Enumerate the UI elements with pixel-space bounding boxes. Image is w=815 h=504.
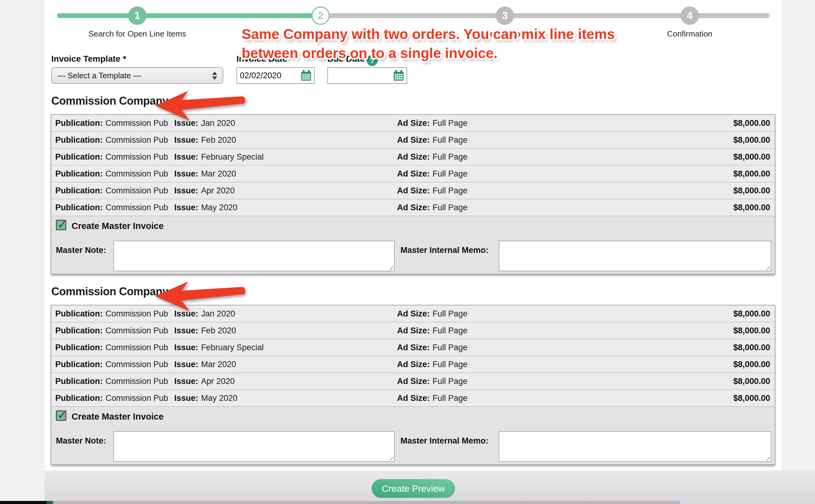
- ad-size-label: Ad Size:: [397, 360, 430, 369]
- master-internal-memo-label: Master Internal Memo:: [400, 436, 489, 446]
- amount: $8,000.00: [733, 186, 770, 196]
- footer-bar: Create Preview: [45, 470, 815, 501]
- issue-value: Feb 2020: [201, 135, 236, 145]
- publication-value: Commission Pub: [106, 135, 168, 145]
- invoice-wizard-page: 1 2 3 4 Search for Open Line Items Previ…: [45, 0, 782, 470]
- issue-label: Issue:: [174, 394, 198, 403]
- ad-size-value: Full Page: [433, 360, 468, 369]
- ad-size-value: Full Page: [433, 377, 468, 386]
- amount: $8,000.00: [733, 152, 770, 162]
- publication-value: Commission Pub: [106, 343, 168, 352]
- ad-size-label: Ad Size:: [397, 118, 430, 128]
- ad-size-label: Ad Size:: [397, 394, 430, 403]
- publication-label: Publication:: [55, 343, 103, 352]
- issue-value: Mar 2020: [201, 169, 236, 179]
- ad-size-label: Ad Size:: [397, 186, 430, 196]
- amount: $8,000.00: [733, 309, 770, 319]
- create-master-invoice-label: Create Master Invoice: [72, 221, 164, 231]
- master-invoice-panel: ✓ Create Master Invoice Master Note: Mas…: [51, 407, 775, 464]
- company-heading: Commission Company: [51, 95, 168, 107]
- stepper-progress: [57, 13, 320, 18]
- amount: $8,000.00: [733, 118, 770, 128]
- amount: $8,000.00: [733, 343, 770, 352]
- ad-size: Ad Size: Full Page: [397, 152, 468, 162]
- issue-label: Issue:: [174, 203, 198, 212]
- due-date-input[interactable]: [331, 71, 393, 80]
- master-internal-memo-label: Master Internal Memo:: [400, 246, 489, 255]
- create-master-invoice-label: Create Master Invoice: [72, 412, 164, 422]
- create-master-invoice-checkbox[interactable]: ✓: [56, 220, 66, 230]
- master-internal-memo-textarea[interactable]: [499, 241, 771, 271]
- issue-label: Issue:: [174, 326, 198, 335]
- ad-size: Ad Size: Full Page: [397, 309, 468, 319]
- step-1-circle[interactable]: 1: [128, 6, 146, 25]
- ad-size: Ad Size: Full Page: [397, 377, 468, 386]
- ad-size-label: Ad Size:: [397, 309, 430, 319]
- line-item-row: Publication: Commission Pub Issue: Apr 2…: [51, 182, 775, 199]
- ad-size: Ad Size: Full Page: [397, 118, 468, 128]
- ad-size-value: Full Page: [433, 309, 468, 319]
- step-2-circle[interactable]: 2: [311, 6, 330, 25]
- master-note-textarea[interactable]: [113, 241, 394, 271]
- ad-size-label: Ad Size:: [397, 152, 430, 162]
- check-icon: ✓: [57, 408, 67, 422]
- step-3-circle[interactable]: 3: [496, 6, 514, 25]
- invoice-template-select[interactable]: — Select a Template —: [51, 67, 223, 84]
- create-master-invoice-checkbox[interactable]: ✓: [56, 410, 66, 421]
- create-preview-button[interactable]: Create Preview: [371, 479, 455, 498]
- issue-value: Apr 2020: [201, 186, 235, 196]
- amount: $8,000.00: [733, 135, 770, 145]
- issue-label: Issue:: [174, 360, 198, 369]
- red-arrow-icon: [154, 281, 246, 312]
- step-1-label: Search for Open Line Items: [51, 29, 223, 39]
- line-items-box: Publication: Commission Pub Issue: Jan 2…: [51, 305, 775, 465]
- master-note-field: [113, 431, 394, 462]
- ad-size: Ad Size: Full Page: [397, 360, 468, 369]
- step-4-circle[interactable]: 4: [681, 6, 699, 25]
- issue-value: February Special: [201, 152, 264, 162]
- bottom-strip-gray: [680, 501, 815, 504]
- red-arrow-icon: [154, 90, 246, 121]
- publication-value: Commission Pub: [106, 203, 168, 212]
- bottom-strip-black: [0, 501, 47, 504]
- ad-size: Ad Size: Full Page: [397, 203, 468, 212]
- publication-label: Publication:: [55, 309, 103, 319]
- ad-size: Ad Size: Full Page: [397, 135, 468, 145]
- calendar-icon[interactable]: [393, 70, 404, 81]
- master-invoice-panel: ✓ Create Master Invoice Master Note: Mas…: [51, 216, 775, 274]
- amount: $8,000.00: [733, 360, 770, 369]
- line-item-row: Publication: Commission Pub Issue: May 2…: [51, 199, 775, 216]
- line-item-row: Publication: Commission Pub Issue: Febru…: [51, 339, 775, 356]
- issue-value: February Special: [201, 343, 264, 352]
- publication-label: Publication:: [55, 326, 103, 335]
- amount: $8,000.00: [733, 377, 770, 386]
- ad-size-value: Full Page: [433, 169, 468, 179]
- ad-size-label: Ad Size:: [397, 169, 430, 179]
- bottom-strip-teal: [47, 501, 53, 504]
- publication-label: Publication:: [55, 118, 103, 128]
- publication-value: Commission Pub: [106, 169, 168, 179]
- amount: $8,000.00: [733, 203, 770, 212]
- publication-label: Publication:: [55, 203, 103, 212]
- invoice-date-field: [236, 67, 315, 84]
- master-note-textarea[interactable]: [113, 431, 394, 462]
- calendar-icon[interactable]: [301, 70, 311, 81]
- issue-value: Apr 2020: [201, 377, 235, 386]
- ad-size-value: Full Page: [433, 135, 468, 145]
- invoice-date-input[interactable]: [240, 71, 301, 80]
- master-internal-memo-textarea[interactable]: [499, 431, 771, 462]
- step-4-label: Confirmation: [604, 29, 776, 39]
- master-note-field: [113, 241, 394, 271]
- chevron-updown-icon: [212, 72, 217, 80]
- line-item-row: Publication: Commission Pub Issue: Apr 2…: [51, 373, 775, 390]
- publication-label: Publication:: [55, 169, 103, 179]
- ad-size-value: Full Page: [433, 326, 468, 335]
- amount: $8,000.00: [733, 394, 770, 403]
- ad-size-value: Full Page: [433, 186, 468, 196]
- issue-value: May 2020: [201, 394, 238, 403]
- line-item-row: Publication: Commission Pub Issue: May 2…: [51, 390, 775, 407]
- line-item-row: Publication: Commission Pub Issue: Feb 2…: [51, 322, 775, 339]
- line-item-row: Publication: Commission Pub Issue: Mar 2…: [51, 356, 775, 373]
- amount: $8,000.00: [733, 326, 770, 335]
- ad-size-value: Full Page: [433, 152, 468, 162]
